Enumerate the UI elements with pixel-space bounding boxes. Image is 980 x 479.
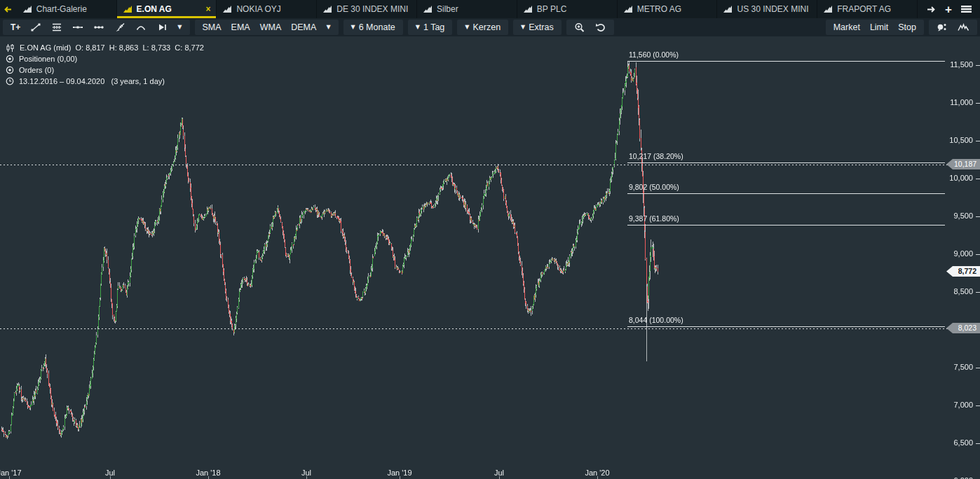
fibonacci-level-line[interactable] — [627, 225, 945, 225]
y-axis-tick-mark — [976, 292, 980, 293]
x-axis-tick-mark — [208, 476, 209, 479]
fibonacci-level-label[interactable]: 8,044 (100.00%) — [629, 316, 683, 324]
y-axis-tick-label: 11,500 — [950, 60, 973, 69]
charttype-dropdown-label: Kerzen — [472, 22, 501, 32]
tab-fraport-ag[interactable]: FRAPORT AG — [817, 0, 918, 18]
text-tool-label: T+ — [11, 22, 20, 32]
legend-orders-row[interactable]: Orders (0) — [6, 64, 204, 76]
add-tab-button[interactable]: + — [945, 4, 952, 15]
fibonacci-tool-button[interactable] — [46, 20, 67, 35]
tabs-scroll-left-button[interactable] — [0, 0, 17, 18]
trendline-tool-button[interactable] — [25, 20, 46, 35]
dema-button[interactable]: DEMA — [286, 20, 321, 35]
candles-canvas[interactable] — [0, 36, 948, 479]
text-tool-button[interactable]: T+ — [6, 20, 25, 35]
chevron-down-icon: ▼ — [416, 25, 420, 30]
chevron-down-icon: ▼ — [465, 25, 469, 30]
interval-dropdown[interactable]: ▼1 Tag — [411, 20, 450, 35]
limit-order-button[interactable]: Limit — [865, 20, 893, 35]
price-level-dotted-line[interactable] — [0, 328, 948, 329]
fibonacci-level-line[interactable] — [627, 193, 945, 194]
tab-metro-ag[interactable]: METRO AG — [618, 0, 718, 18]
fibonacci-level-label[interactable]: 10,217 (38.20%) — [629, 152, 683, 160]
price-level-tag: 8,023 — [946, 323, 980, 333]
radio-target-icon — [6, 66, 14, 74]
horizontal-line-tool-button[interactable] — [67, 20, 88, 35]
y-axis-tick-mark — [976, 141, 980, 141]
tab-bp-plc[interactable]: BP PLC — [517, 0, 618, 18]
chevron-down-icon: ▼ — [326, 25, 330, 30]
fibonacci-level-label[interactable]: 11,560 (0.00%) — [629, 50, 679, 59]
tab-label: FRAPORT AG — [837, 4, 891, 14]
x-axis-tick-mark — [499, 476, 500, 479]
legend-positions-row[interactable]: Positionen (0,00) — [6, 53, 204, 64]
tab-us30-index-mini[interactable]: US 30 INDEX MINI — [717, 0, 817, 18]
ema-button[interactable]: EMA — [226, 20, 255, 35]
trendline-icon — [30, 22, 41, 32]
zoom-group — [566, 20, 614, 35]
fibonacci-level-line[interactable] — [627, 326, 945, 327]
tab-eon-ag[interactable]: E.ON AG × — [117, 0, 217, 18]
order-buttons-group: Market Limit Stop — [826, 20, 924, 35]
tab-silber[interactable]: Silber — [417, 0, 517, 18]
undo-button[interactable] — [590, 20, 611, 35]
undo-arrow-icon — [595, 22, 606, 32]
indicator-bubbles-icon — [937, 22, 948, 32]
chart-icon — [322, 5, 332, 13]
tab-chart-galerie[interactable]: Chart-Galerie — [17, 0, 117, 18]
candlestick-icon — [6, 43, 15, 53]
fibonacci-level-line[interactable] — [627, 162, 945, 163]
tab-bar: Chart-Galerie E.ON AG × NOKIA OYJ DE 30 … — [0, 0, 980, 18]
forecast-tool-button[interactable] — [151, 20, 172, 35]
chart-legend: E.ON AG (mid) O: 8,817 H: 8,863 L: 8,733… — [6, 42, 204, 87]
sma-button[interactable]: SMA — [198, 20, 226, 35]
pulse-chart-button[interactable] — [953, 20, 974, 35]
candlestick-chart-area[interactable]: E.ON AG (mid) O: 8,817 H: 8,863 L: 8,733… — [0, 36, 980, 479]
fibonacci-level-label[interactable]: 9,802 (50.00%) — [629, 183, 679, 191]
extras-dropdown-group: ▼Extras — [513, 20, 562, 35]
charttype-dropdown[interactable]: ▼Kerzen — [460, 20, 505, 35]
extras-dropdown[interactable]: ▼Extras — [516, 20, 559, 35]
y-axis-tick-label: 10,000 — [949, 174, 973, 182]
ma-dropdown[interactable]: ▼ — [321, 20, 335, 35]
legend-instrument-name: E.ON AG (mid) — [20, 43, 71, 52]
y-axis-tick-label: 9,000 — [953, 249, 973, 258]
y-axis-tick-mark — [976, 103, 980, 104]
y-axis-tick-label: 9,500 — [953, 211, 973, 220]
range-dropdown[interactable]: ▼6 Monate — [346, 20, 400, 35]
chart-icon — [222, 5, 232, 13]
tab-label: NOKIA OYJ — [236, 4, 280, 14]
current-price-tag: 8,772 — [946, 266, 980, 277]
indicator-bubbles-button[interactable] — [932, 20, 953, 35]
drawing-tools-group: T+ ▼ — [3, 20, 190, 35]
wma-button[interactable]: WMA — [255, 20, 287, 35]
tab-label: DE 30 INDEX MINI — [336, 4, 408, 14]
y-axis-tick-mark — [976, 368, 980, 368]
tab-nokia-oyj[interactable]: NOKIA OYJ — [217, 0, 317, 18]
market-order-button[interactable]: Market — [829, 20, 865, 35]
menu-button[interactable] — [961, 5, 972, 13]
tab-label: E.ON AG — [137, 4, 172, 14]
drawing-tools-dropdown[interactable]: ▼ — [172, 20, 186, 35]
extras-dropdown-label: Extras — [529, 22, 553, 32]
fibonacci-level-line[interactable] — [627, 61, 945, 62]
hamburger-menu-icon — [961, 5, 972, 13]
interval-dropdown-label: 1 Tag — [423, 22, 444, 32]
stop-order-button[interactable]: Stop — [893, 20, 921, 35]
tab-de30-index-mini[interactable]: DE 30 INDEX MINI — [317, 0, 417, 18]
legend-orders-label: Orders (0) — [19, 66, 54, 74]
pen-tool-button[interactable] — [109, 20, 130, 35]
x-axis-tick-mark — [597, 476, 598, 479]
trading-app-window: Chart-Galerie E.ON AG × NOKIA OYJ DE 30 … — [0, 0, 980, 479]
chart-toolbar: T+ ▼ SMA E — [0, 18, 980, 36]
moving-average-group: SMA EMA WMA DEMA ▼ — [195, 20, 339, 35]
tab-bar-controls: + — [918, 0, 980, 18]
zoom-button[interactable] — [569, 20, 590, 35]
close-tab-icon[interactable]: × — [205, 5, 210, 13]
polyline-tool-button[interactable] — [88, 20, 109, 35]
price-level-dotted-line[interactable] — [0, 165, 948, 165]
magnifier-zoom-icon — [574, 22, 585, 33]
arc-tool-button[interactable] — [130, 20, 151, 35]
fibonacci-level-label[interactable]: 9,387 (61.80%) — [629, 214, 679, 223]
tabs-scroll-right-button[interactable] — [926, 6, 936, 13]
